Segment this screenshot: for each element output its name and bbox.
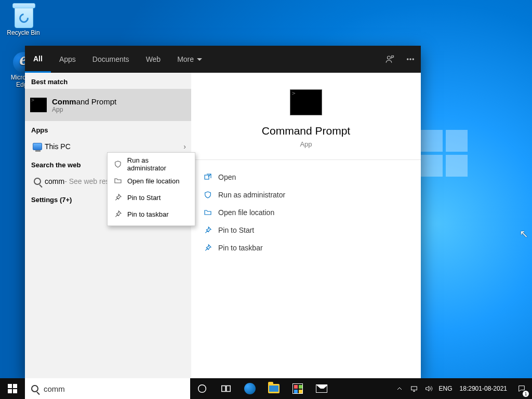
tab-web[interactable]: Web xyxy=(138,46,169,73)
wallpaper-windows-logo xyxy=(421,130,468,177)
ctx-pin-taskbar[interactable]: Pin to taskbar xyxy=(108,206,195,222)
ctx-open-location[interactable]: Open file location xyxy=(108,172,195,189)
action-pin-taskbar[interactable]: Pin to taskbar xyxy=(204,239,408,257)
taskbar-search-box[interactable]: comm xyxy=(25,378,190,399)
action-label: Pin to Start xyxy=(218,226,254,234)
folder-icon xyxy=(204,208,212,217)
action-pin-start[interactable]: Pin to Start xyxy=(204,221,408,239)
cortana-icon xyxy=(196,383,208,394)
mouse-cursor-icon: ↖ xyxy=(520,228,528,240)
pin-icon xyxy=(114,193,122,202)
pin-icon xyxy=(204,226,212,234)
svg-point-5 xyxy=(198,385,206,393)
section-best-match: Best match xyxy=(25,73,191,89)
desktop-icon-recycle-bin[interactable]: Recycle Bin xyxy=(3,3,44,36)
tab-more[interactable]: More xyxy=(169,46,210,73)
action-open[interactable]: Open xyxy=(204,168,408,186)
svg-rect-4 xyxy=(205,175,209,179)
start-button[interactable] xyxy=(0,378,25,399)
action-run-admin[interactable]: Run as administrator xyxy=(204,186,408,204)
network-icon xyxy=(410,384,418,393)
tray-overflow[interactable] xyxy=(392,378,407,399)
result-title: Command Prompt xyxy=(52,97,116,106)
pin-icon xyxy=(114,210,122,218)
language-label: ENG xyxy=(439,385,453,392)
result-label: This PC xyxy=(45,142,71,151)
taskbar-app-mail[interactable] xyxy=(310,378,334,399)
options-button[interactable] xyxy=(400,49,421,70)
taskbar-app-edge[interactable] xyxy=(238,378,262,399)
task-view-icon xyxy=(220,383,232,394)
action-open-location[interactable]: Open file location xyxy=(204,204,408,221)
windows-logo-icon xyxy=(8,384,17,393)
shield-admin-icon xyxy=(114,160,122,168)
svg-point-2 xyxy=(410,59,411,60)
action-label: Open file location xyxy=(218,208,274,217)
web-query: comm xyxy=(45,177,64,185)
this-pc-icon xyxy=(33,143,42,150)
context-menu: Run as administrator Open file location … xyxy=(107,152,195,226)
action-label: Open xyxy=(218,173,236,181)
speaker-icon xyxy=(424,384,433,393)
taskbar: comm ENG 18:29 01-08-2021 xyxy=(0,378,532,399)
svg-point-1 xyxy=(407,59,408,60)
tab-apps[interactable]: Apps xyxy=(51,46,84,73)
tray-language[interactable]: ENG xyxy=(436,378,456,399)
ellipsis-icon xyxy=(406,55,415,64)
recycle-bin-icon xyxy=(12,3,34,28)
notification-badge: 1 xyxy=(523,391,529,397)
start-search-panel: All Apps Documents Web More Best match C… xyxy=(25,46,421,378)
person-feedback-icon xyxy=(385,55,394,64)
action-label: Run as administrator xyxy=(218,191,285,199)
cortana-button[interactable] xyxy=(190,378,214,399)
task-view-button[interactable] xyxy=(214,378,238,399)
action-label: Pin to taskbar xyxy=(218,244,263,252)
preview-title: Command Prompt xyxy=(191,125,421,137)
search-icon xyxy=(34,178,41,185)
section-apps: Apps xyxy=(25,121,191,137)
pin-icon xyxy=(204,244,212,252)
result-subtitle: App xyxy=(52,106,116,113)
chevron-right-icon: › xyxy=(183,142,186,151)
command-prompt-icon xyxy=(290,89,322,115)
ctx-label: Pin to Start xyxy=(127,194,161,202)
action-center-button[interactable]: 1 xyxy=(511,378,532,399)
open-icon xyxy=(204,173,212,181)
folder-icon xyxy=(114,177,122,185)
tab-documents[interactable]: Documents xyxy=(84,46,138,73)
taskbar-app-store[interactable] xyxy=(286,378,310,399)
edge-icon xyxy=(244,383,256,394)
search-preview-pane: Command Prompt App Open Run as administr… xyxy=(191,73,421,378)
mail-icon xyxy=(316,384,327,393)
ctx-label: Run as administrator xyxy=(127,156,189,172)
preview-subtitle: App xyxy=(191,140,421,148)
clock-date: 01-08-2021 xyxy=(475,385,507,392)
ctx-pin-start[interactable]: Pin to Start xyxy=(108,189,195,206)
taskbar-app-explorer[interactable] xyxy=(262,378,286,399)
ctx-label: Pin to taskbar xyxy=(127,210,169,218)
search-tabs: All Apps Documents Web More xyxy=(25,46,421,73)
tray-network[interactable] xyxy=(407,378,421,399)
search-icon xyxy=(31,385,38,392)
feedback-button[interactable] xyxy=(379,49,400,70)
svg-point-0 xyxy=(388,56,391,59)
command-prompt-icon xyxy=(30,98,47,112)
tray-volume[interactable] xyxy=(421,378,436,399)
svg-point-3 xyxy=(413,59,414,60)
ctx-run-admin[interactable]: Run as administrator xyxy=(108,156,195,172)
tray-clock[interactable]: 18:29 01-08-2021 xyxy=(456,378,511,399)
result-command-prompt[interactable]: Command Prompt App xyxy=(25,89,191,121)
svg-rect-7 xyxy=(227,386,230,392)
clock-time: 18:29 xyxy=(460,385,475,392)
tab-all[interactable]: All xyxy=(25,46,51,73)
ctx-label: Open file location xyxy=(127,177,179,185)
shield-admin-icon xyxy=(204,191,212,199)
file-explorer-icon xyxy=(268,384,280,393)
taskbar-search-value: comm xyxy=(44,384,65,393)
svg-rect-6 xyxy=(222,386,225,392)
ms-store-icon xyxy=(292,383,303,394)
svg-rect-8 xyxy=(411,387,417,390)
chevron-up-icon xyxy=(395,384,404,393)
recycle-bin-label: Recycle Bin xyxy=(3,29,44,36)
